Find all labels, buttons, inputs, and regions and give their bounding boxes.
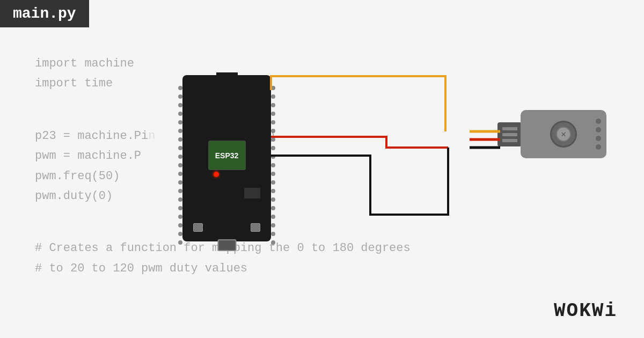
pin-dot: [271, 215, 275, 219]
pin-dot: [271, 129, 275, 133]
esp32-chip: ESP32: [208, 141, 246, 170]
esp32-notch: [216, 72, 238, 79]
connector-plug: [497, 122, 522, 146]
pin-dot: [178, 172, 182, 176]
file-tab-label: main.py: [13, 5, 76, 22]
pin-dot: [178, 189, 182, 193]
pin-dot: [271, 163, 275, 167]
servo-dot-4: [596, 144, 601, 150]
servo-wheel: ✕: [550, 121, 577, 148]
plug-pin-2: [502, 133, 517, 136]
pin-dot: [178, 223, 182, 227]
esp32-led: [214, 172, 219, 177]
pin-dot: [178, 232, 182, 236]
pin-dot: [178, 86, 182, 90]
pin-dot: [271, 86, 275, 90]
esp32-small-chip: [244, 188, 260, 199]
servo-dot-3: [596, 136, 601, 141]
pin-dot: [178, 129, 182, 133]
esp32-board: ESP32: [182, 75, 271, 241]
pin-dot: [178, 215, 182, 219]
esp32-button-right: [251, 223, 260, 232]
pin-dot: [271, 197, 275, 202]
esp32-chip-label: ESP32: [215, 151, 239, 160]
pin-dot: [178, 146, 182, 150]
circuit-diagram: ESP32 ✕: [156, 32, 623, 322]
pin-dot: [271, 172, 275, 176]
pin-dot: [178, 197, 182, 202]
servo-dots: [596, 119, 601, 150]
plug-pin-3: [502, 139, 517, 142]
pin-dot: [271, 103, 275, 107]
pin-dot: [178, 180, 182, 185]
servo-motor: ✕: [521, 110, 606, 158]
pin-dot: [271, 112, 275, 116]
pin-dot: [178, 103, 182, 107]
esp32-button-left: [193, 223, 203, 232]
pin-dot: [271, 155, 275, 159]
pin-dot: [178, 137, 182, 142]
pin-dot: [271, 232, 275, 236]
pin-dot: [178, 155, 182, 159]
wokwi-logo: WOKWi: [554, 300, 617, 322]
pin-dot: [271, 120, 275, 124]
plug-pin-1: [502, 127, 517, 130]
esp32-pins-left: [178, 86, 182, 245]
pin-dot: [178, 120, 182, 124]
pin-dot: [271, 137, 275, 142]
servo-inner: ✕: [556, 127, 571, 142]
esp32-pins-right: [271, 86, 275, 245]
pin-dot: [271, 180, 275, 185]
pin-dot: [178, 240, 182, 245]
servo-dot-2: [596, 127, 601, 133]
pin-dot: [178, 163, 182, 167]
pin-dot: [271, 94, 275, 99]
pin-dot: [178, 94, 182, 99]
pin-dot: [271, 206, 275, 210]
pin-dot: [271, 189, 275, 193]
pin-dot: [271, 146, 275, 150]
pin-dot: [178, 206, 182, 210]
wokwi-logo-text: WOKWi: [554, 300, 617, 322]
file-tab[interactable]: main.py: [0, 0, 89, 27]
pin-dot: [271, 223, 275, 227]
pin-dot: [271, 240, 275, 245]
servo-cross-icon: ✕: [561, 129, 566, 139]
servo-dot-1: [596, 119, 601, 124]
esp32-usb: [217, 239, 236, 251]
pin-dot: [178, 112, 182, 116]
